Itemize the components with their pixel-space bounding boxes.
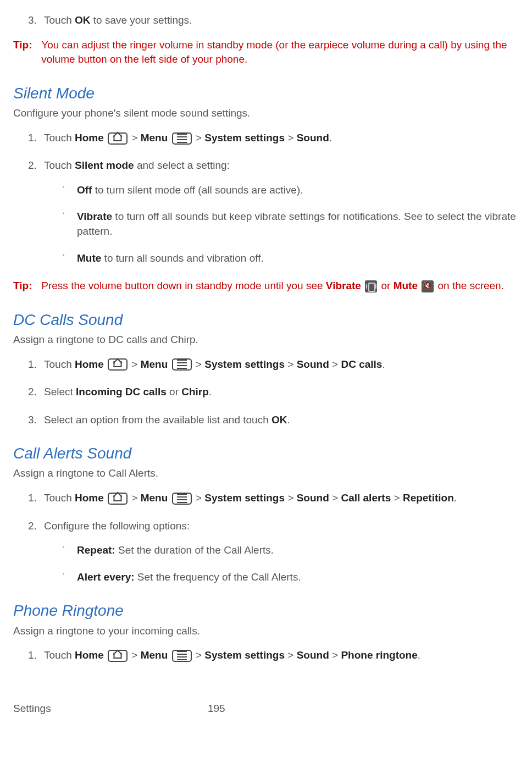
page-footer: Settings 195 — [13, 701, 521, 727]
home-icon — [108, 132, 128, 145]
home-icon — [108, 493, 128, 505]
dc-steps: Touch Home > Menu > System settings > So… — [13, 357, 521, 428]
ok-label: OK — [75, 14, 91, 26]
alerts-heading: Call Alerts Sound — [13, 443, 521, 464]
mute-icon — [422, 280, 434, 292]
silent-mode-steps: Touch Home > Menu > System settings > So… — [13, 131, 521, 266]
dc-step3: Select an option from the available list… — [40, 413, 521, 428]
opt-off: Off to turn silent mode off (all sounds … — [66, 183, 521, 198]
silent-options: Off to turn silent mode off (all sounds … — [44, 183, 521, 266]
silent-mode-heading: Silent Mode — [13, 82, 521, 104]
tip-text: You can adjust the ringer volume in stan… — [41, 38, 517, 67]
alerts-step2: Configure the following options: Repeat:… — [40, 519, 521, 585]
top-continued-list: Touch OK to save your settings. — [13, 13, 521, 28]
opt-mute: Mute to turn all sounds and vibration of… — [66, 251, 521, 266]
ringtone-steps: Touch Home > Menu > System settings > So… — [13, 648, 521, 663]
silent-step2: Touch Silent mode and select a setting: … — [40, 158, 521, 266]
tip-2: Tip: Press the volume button down in sta… — [13, 279, 521, 294]
footer-page-number: 195 — [208, 701, 225, 716]
home-icon — [108, 358, 128, 371]
tip-label: Tip: — [13, 38, 38, 53]
vibrate-icon — [365, 280, 377, 292]
tip-label: Tip: — [13, 279, 38, 294]
menu-icon — [172, 650, 192, 662]
opt-repeat: Repeat: Set the duration of the Call Ale… — [66, 543, 521, 558]
menu-icon — [172, 132, 192, 145]
tip-text: Press the volume button down in standby … — [41, 279, 517, 294]
top-step3: Touch OK to save your settings. — [40, 13, 521, 28]
alerts-step1: Touch Home > Menu > System settings > So… — [40, 491, 521, 506]
dc-lead: Assign a ringtone to DC calls and Chirp. — [13, 333, 521, 347]
opt-alert-every: Alert every: Set the frequency of the Ca… — [66, 570, 521, 585]
opt-vibrate: Vibrate to turn off all sounds but keep … — [66, 209, 521, 239]
alerts-options: Repeat: Set the duration of the Call Ale… — [44, 543, 521, 584]
dc-heading: DC Calls Sound — [13, 309, 521, 330]
menu-icon — [172, 493, 192, 505]
text: to save your settings. — [90, 14, 192, 26]
ringtone-heading: Phone Ringtone — [13, 600, 521, 621]
text: Touch — [44, 14, 75, 26]
dc-step1: Touch Home > Menu > System settings > So… — [40, 357, 521, 372]
silent-mode-lead: Configure your phone's silent mode sound… — [13, 106, 521, 121]
menu-icon — [172, 358, 192, 371]
alerts-lead: Assign a ringtone to Call Alerts. — [13, 466, 521, 481]
footer-section: Settings — [13, 701, 51, 716]
ringtone-lead: Assign a ringtone to your incoming calls… — [13, 624, 521, 639]
ringtone-step1: Touch Home > Menu > System settings > So… — [40, 648, 521, 663]
alerts-steps: Touch Home > Menu > System settings > So… — [13, 491, 521, 584]
silent-step1: Touch Home > Menu > System settings > So… — [40, 131, 521, 146]
dc-step2: Select Incoming DC calls or Chirp. — [40, 385, 521, 400]
tip-1: Tip: You can adjust the ringer volume in… — [13, 38, 521, 67]
home-icon — [108, 650, 128, 662]
